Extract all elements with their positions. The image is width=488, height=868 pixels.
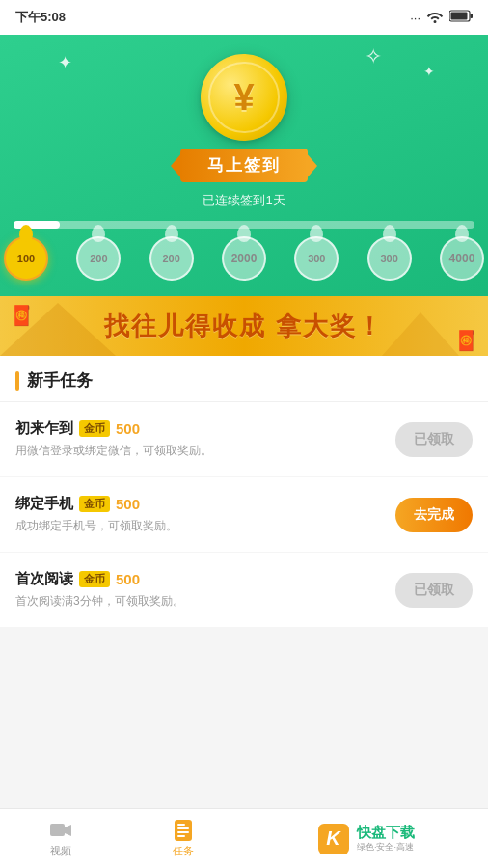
task-list: 初来乍到 金币 500 用微信登录或绑定微信，可领取奖励。 已领取 绑定手机 金… (0, 402, 488, 628)
task-title-row-1: 初来乍到 金币 500 (15, 420, 395, 438)
day-item-2: 200 (76, 236, 121, 281)
task-btn-1[interactable]: 已领取 (395, 422, 473, 457)
task-item-1: 初来乍到 金币 500 用微信登录或绑定微信，可领取奖励。 已领取 (0, 402, 488, 477)
promo-confetti-left: 🧧 (10, 304, 34, 327)
streak-text: 已连续签到1天 (0, 192, 488, 209)
day-amount-7: 4000 (449, 252, 475, 265)
drop-3 (165, 225, 178, 242)
day-amount-6: 300 (380, 253, 397, 264)
nav-label-task: 任务 (173, 844, 194, 858)
day-amount-4: 2000 (231, 252, 258, 265)
svg-rect-2 (451, 13, 468, 20)
section-accent (15, 371, 19, 391)
checkin-header: ✦ ✦ ✧ ¥ 马上签到 已连续签到1天 100 (0, 35, 488, 296)
day-amount-2: 200 (90, 253, 107, 264)
brand-slogan: 绿色·安全·高速 (357, 842, 415, 854)
coin-amount-3: 500 (116, 571, 140, 587)
svg-rect-9 (177, 835, 185, 837)
day-amount-5: 300 (308, 253, 325, 264)
task-title-row-2: 绑定手机 金币 500 (15, 495, 395, 513)
day-amount-3: 200 (162, 253, 179, 264)
video-icon (48, 820, 73, 841)
brand-name: 快盘下载 (357, 824, 415, 842)
signal-icon: ··· (410, 11, 420, 25)
task-item-2: 绑定手机 金币 500 成功绑定手机号，可领取奖励。 去完成 (0, 477, 488, 553)
coin-wrap: ¥ (0, 54, 488, 149)
day-item-5: 300 (294, 236, 339, 281)
coin-badge-3: 金币 (79, 571, 110, 587)
promo-text: 找往儿得收成 拿大奖！ (104, 310, 383, 343)
drop-7 (455, 225, 469, 242)
pyramid-right (382, 312, 459, 356)
brand-area: K 快盘下载 绿色·安全·高速 (244, 824, 488, 854)
drop-4 (237, 225, 251, 242)
svg-rect-8 (177, 831, 189, 833)
day-item-1: 100 (4, 236, 48, 281)
nav-label-video: 视频 (50, 844, 71, 858)
drop-2 (92, 225, 105, 242)
drop-6 (383, 225, 396, 242)
sparkle-1: ✦ (58, 52, 72, 73)
task-btn-2[interactable]: 去完成 (395, 498, 473, 532)
section-header: 新手任务 (0, 356, 488, 402)
task-btn-3[interactable]: 已领取 (395, 573, 473, 608)
day-bubble-3: 200 (149, 236, 194, 281)
checkin-banner-ribbon[interactable]: 马上签到 (180, 149, 308, 182)
svg-rect-6 (177, 824, 185, 826)
svg-rect-3 (50, 824, 65, 836)
drop-1 (19, 225, 33, 242)
promo-confetti-right: 🧧 (454, 329, 478, 352)
svg-rect-5 (175, 820, 192, 841)
brand-text-group: 快盘下载 绿色·安全·高速 (357, 824, 415, 854)
day-bubble-6: 300 (367, 236, 412, 281)
day-item-6: 300 (367, 236, 412, 281)
task-desc-3: 首次阅读满3分钟，可领取奖励。 (15, 593, 395, 610)
brand-icon: K (318, 824, 349, 854)
checkin-banner[interactable]: 马上签到 (0, 149, 488, 182)
nav-item-video[interactable]: 视频 (0, 820, 122, 858)
task-left-2: 绑定手机 金币 500 成功绑定手机号，可领取奖励。 (15, 495, 395, 534)
coin-amount-1: 500 (116, 420, 140, 437)
section-title: 新手任务 (27, 369, 93, 392)
day-bubble-2: 200 (76, 236, 121, 281)
day-item-4: 2000 (222, 236, 266, 281)
nav-item-task[interactable]: 任务 (122, 820, 245, 858)
bottom-nav: 视频 任务 K 快盘下载 绿色·安全·高速 (0, 808, 488, 868)
task-name-3: 首次阅读 (15, 570, 73, 588)
brand-k-letter: K (326, 827, 339, 850)
status-icons: ··· (410, 10, 473, 26)
task-item-3: 首次阅读 金币 500 首次阅读满3分钟，可领取奖励。 已领取 (0, 553, 488, 628)
coin-badge-2: 金币 (79, 496, 110, 512)
sparkle-3: ✧ (365, 44, 382, 69)
day-item-7: 4000 (440, 236, 484, 281)
sparkle-2: ✦ (423, 64, 435, 79)
coin-yen-symbol: ¥ (233, 79, 254, 116)
day-bubble-5: 300 (294, 236, 339, 281)
status-bar: 下午5:08 ··· (0, 0, 488, 35)
task-desc-2: 成功绑定手机号，可领取奖励。 (15, 518, 395, 534)
coin-badge-1: 金币 (79, 420, 110, 437)
task-icon (171, 820, 196, 841)
day-bubble-1: 100 (4, 236, 48, 281)
coin-amount-2: 500 (116, 496, 140, 512)
main-scroll: ✦ ✦ ✧ ¥ 马上签到 已连续签到1天 100 (0, 35, 488, 808)
brand-logo: K 快盘下载 绿色·安全·高速 (318, 824, 415, 854)
svg-rect-7 (177, 827, 189, 829)
task-name-1: 初来乍到 (15, 420, 73, 438)
promo-banner[interactable]: 🧧 找往儿得收成 拿大奖！ 🧧 (0, 296, 488, 356)
day-item-3: 200 (149, 236, 194, 281)
drop-5 (310, 225, 323, 242)
task-left-3: 首次阅读 金币 500 首次阅读满3分钟，可领取奖励。 (15, 570, 395, 610)
task-title-row-3: 首次阅读 金币 500 (15, 570, 395, 588)
svg-marker-4 (65, 825, 71, 836)
day-coins: 100 200 200 2000 (0, 236, 488, 296)
day-bubble-4: 2000 (222, 236, 266, 281)
battery-icon (449, 10, 473, 25)
day-amount-1: 100 (17, 253, 35, 264)
task-name-2: 绑定手机 (15, 495, 73, 513)
coin: ¥ (201, 54, 287, 141)
task-desc-1: 用微信登录或绑定微信，可领取奖励。 (15, 443, 395, 459)
wifi-icon (426, 10, 444, 26)
svg-rect-1 (471, 14, 474, 18)
day-bubble-7: 4000 (440, 236, 484, 281)
